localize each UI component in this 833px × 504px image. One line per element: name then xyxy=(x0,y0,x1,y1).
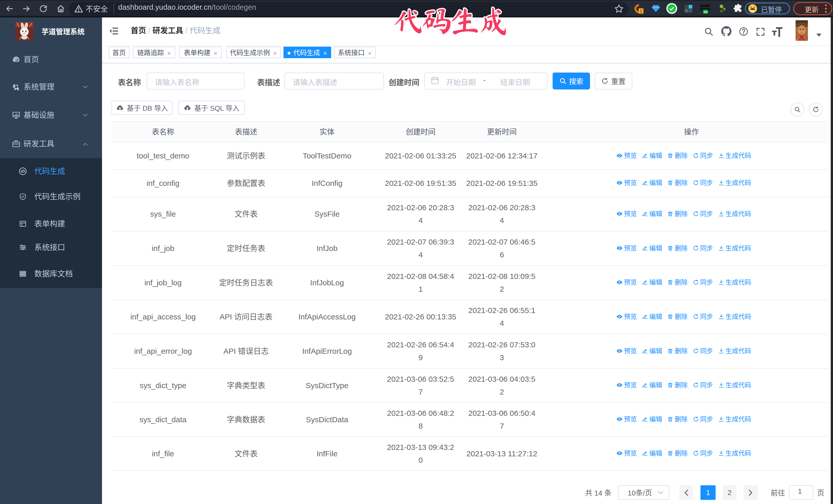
svg-text:代码生成: 代码生成 xyxy=(392,5,506,36)
svg-text:on: on xyxy=(704,10,707,13)
svg-text:1: 1 xyxy=(640,9,642,13)
